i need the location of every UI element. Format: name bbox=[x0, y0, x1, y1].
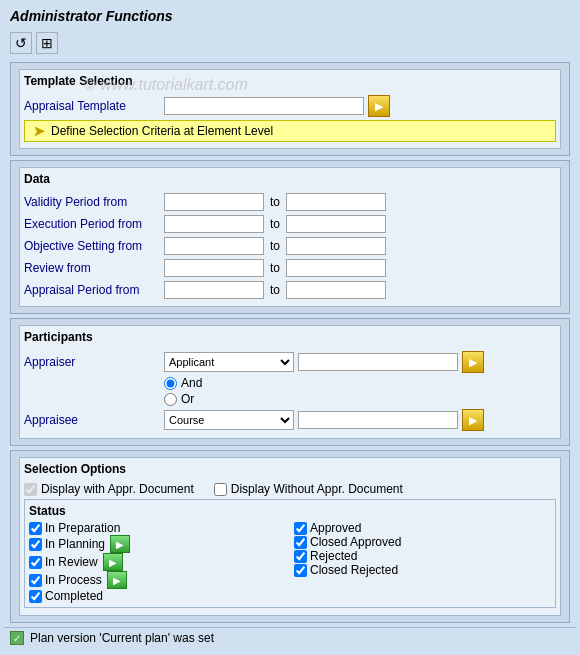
status-right-col: Approved Closed Approved Rejected C bbox=[294, 521, 551, 603]
data-section-title: Data bbox=[24, 172, 556, 188]
display-without-label: Display Without Appr. Document bbox=[231, 482, 403, 496]
approved-item: Approved bbox=[294, 521, 551, 535]
appraisal-period-to-input[interactable] bbox=[286, 281, 386, 299]
hint-text: Define Selection Criteria at Element Lev… bbox=[51, 124, 273, 138]
appraisal-period-from-input[interactable] bbox=[164, 281, 264, 299]
in-preparation-item: In Preparation bbox=[29, 521, 286, 535]
closed-rejected-item: Closed Rejected bbox=[294, 563, 551, 577]
closed-rejected-label: Closed Rejected bbox=[310, 563, 398, 577]
completed-label: Completed bbox=[45, 589, 103, 603]
or-radio[interactable] bbox=[164, 393, 177, 406]
status-left-col: In Preparation In Planning ▶ In Review ▶ bbox=[29, 521, 286, 603]
review-row: Review from to bbox=[24, 258, 556, 278]
in-process-label: In Process bbox=[45, 573, 102, 587]
and-radio[interactable] bbox=[164, 377, 177, 390]
validity-period-label: Validity Period from bbox=[24, 195, 164, 209]
template-section-inner: Template Selection Appraisal Template ▶ … bbox=[19, 69, 561, 149]
completed-checkbox[interactable] bbox=[29, 590, 42, 603]
validity-to-label: to bbox=[270, 195, 280, 209]
appraisal-template-input[interactable] bbox=[164, 97, 364, 115]
template-nav-btn[interactable]: ▶ bbox=[368, 95, 390, 117]
in-process-item: In Process ▶ bbox=[29, 571, 286, 589]
appraiser-nav-btn[interactable]: ▶ bbox=[462, 351, 484, 373]
approved-checkbox[interactable] bbox=[294, 522, 307, 535]
in-preparation-checkbox[interactable] bbox=[29, 522, 42, 535]
in-planning-btn[interactable]: ▶ bbox=[110, 535, 130, 553]
objective-setting-row: Objective Setting from to bbox=[24, 236, 556, 256]
execution-to-label: to bbox=[270, 217, 280, 231]
rejected-label: Rejected bbox=[310, 549, 357, 563]
appraiser-label: Appraiser bbox=[24, 355, 164, 369]
execution-period-label: Execution Period from bbox=[24, 217, 164, 231]
appraisal-period-to-label: to bbox=[270, 283, 280, 297]
appraiser-input[interactable] bbox=[298, 353, 458, 371]
window-title: Administrator Functions bbox=[4, 4, 576, 30]
in-review-item: In Review ▶ bbox=[29, 553, 286, 571]
in-review-label: In Review bbox=[45, 555, 98, 569]
bottom-message: Plan version 'Current plan' was set bbox=[30, 631, 214, 645]
status-section: Status In Preparation In Planning ▶ bbox=[24, 499, 556, 608]
selection-options-title: Selection Options bbox=[24, 462, 556, 478]
validity-from-input[interactable] bbox=[164, 193, 264, 211]
participants-title: Participants bbox=[24, 330, 556, 346]
review-from-input[interactable] bbox=[164, 259, 264, 277]
closed-approved-item: Closed Approved bbox=[294, 535, 551, 549]
objective-to-label: to bbox=[270, 239, 280, 253]
and-radio-row: And bbox=[164, 376, 556, 390]
template-section-title: Template Selection bbox=[24, 74, 556, 90]
review-from-label: Review from bbox=[24, 261, 164, 275]
status-title: Status bbox=[29, 504, 551, 518]
completed-item: Completed bbox=[29, 589, 286, 603]
data-section-inner: Data Validity Period from to Execution P… bbox=[19, 167, 561, 307]
in-preparation-label: In Preparation bbox=[45, 521, 120, 535]
review-to-label: to bbox=[270, 261, 280, 275]
or-label: Or bbox=[181, 392, 194, 406]
appraisee-input[interactable] bbox=[298, 411, 458, 429]
bottom-bar: ✓ Plan version 'Current plan' was set bbox=[4, 627, 576, 648]
participants-section-inner: Participants Appraiser Applicant Course … bbox=[19, 325, 561, 439]
execution-to-input[interactable] bbox=[286, 215, 386, 233]
in-review-checkbox[interactable] bbox=[29, 556, 42, 569]
objective-from-input[interactable] bbox=[164, 237, 264, 255]
in-planning-label: In Planning bbox=[45, 537, 105, 551]
main-window: Administrator Functions ↺ ⊞ © www.tutori… bbox=[0, 0, 580, 652]
toolbar: ↺ ⊞ © www.tutorialkart.com bbox=[4, 30, 576, 58]
closed-approved-checkbox[interactable] bbox=[294, 536, 307, 549]
in-planning-checkbox[interactable] bbox=[29, 538, 42, 551]
and-label: And bbox=[181, 376, 202, 390]
in-review-btn[interactable]: ▶ bbox=[103, 553, 123, 571]
appraisee-label: Appraisee bbox=[24, 413, 164, 427]
objective-to-input[interactable] bbox=[286, 237, 386, 255]
appraisal-template-label: Appraisal Template bbox=[24, 99, 164, 113]
in-planning-item: In Planning ▶ bbox=[29, 535, 286, 553]
review-to-input[interactable] bbox=[286, 259, 386, 277]
back-icon[interactable]: ↺ bbox=[10, 32, 32, 54]
or-radio-row: Or bbox=[164, 392, 556, 406]
check-icon: ✓ bbox=[10, 631, 24, 645]
validity-period-row: Validity Period from to bbox=[24, 192, 556, 212]
appraisee-row: Appraisee Course Applicant Employee ▶ bbox=[24, 408, 556, 432]
approved-label: Approved bbox=[310, 521, 361, 535]
closed-rejected-checkbox[interactable] bbox=[294, 564, 307, 577]
display-options-row: Display with Appr. Document Display With… bbox=[24, 482, 556, 496]
display-without-item: Display Without Appr. Document bbox=[214, 482, 403, 496]
hint-arrow-icon: ➤ bbox=[33, 123, 45, 139]
display-without-checkbox[interactable] bbox=[214, 483, 227, 496]
appraisal-period-label: Appraisal Period from bbox=[24, 283, 164, 297]
validity-to-input[interactable] bbox=[286, 193, 386, 211]
in-process-checkbox[interactable] bbox=[29, 574, 42, 587]
appraiser-select[interactable]: Applicant Course Employee bbox=[164, 352, 294, 372]
grid-icon[interactable]: ⊞ bbox=[36, 32, 58, 54]
in-process-btn[interactable]: ▶ bbox=[107, 571, 127, 589]
execution-from-input[interactable] bbox=[164, 215, 264, 233]
appraisee-select[interactable]: Course Applicant Employee bbox=[164, 410, 294, 430]
rejected-checkbox[interactable] bbox=[294, 550, 307, 563]
display-with-label: Display with Appr. Document bbox=[41, 482, 194, 496]
display-with-checkbox[interactable] bbox=[24, 483, 37, 496]
rejected-item: Rejected bbox=[294, 549, 551, 563]
objective-setting-label: Objective Setting from bbox=[24, 239, 164, 253]
execution-period-row: Execution Period from to bbox=[24, 214, 556, 234]
appraisee-nav-btn[interactable]: ▶ bbox=[462, 409, 484, 431]
appraisal-period-row: Appraisal Period from to bbox=[24, 280, 556, 300]
selection-options-inner: Selection Options Display with Appr. Doc… bbox=[19, 457, 561, 616]
